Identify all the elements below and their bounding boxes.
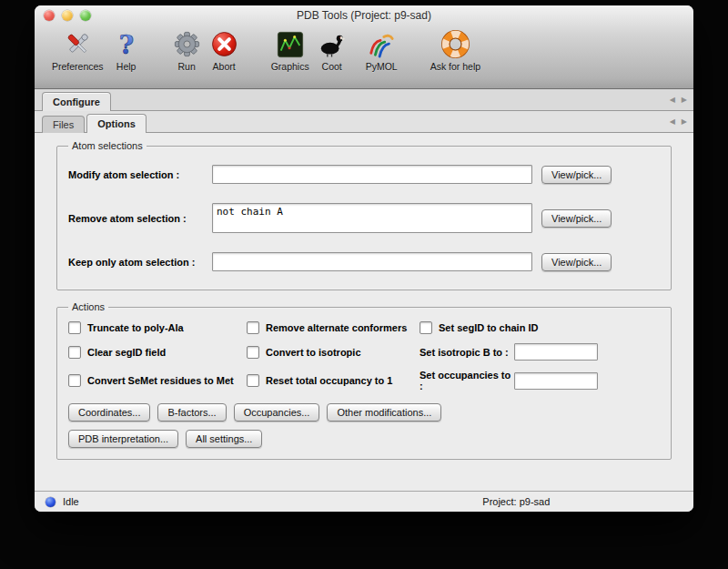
remove-view-pick-button[interactable]: View/pick... [541,209,612,228]
checkbox-label: Convert SeMet residues to Met [87,375,234,386]
modify-atom-selection-input[interactable] [212,165,532,184]
toolbar-button-help[interactable]: ? Help [108,28,145,73]
checkbox-icon[interactable] [420,321,432,334]
toolbar-button-graphics[interactable]: Graphics [267,28,314,73]
status-text: Idle [63,496,79,507]
remove-atom-selection-row: Remove atom selection : not chain A View… [68,203,660,233]
tab-configure-label: Configure [53,97,100,107]
keep-only-view-pick-button[interactable]: View/pick... [541,253,612,271]
title-bar[interactable]: PDB Tools (Project: p9-sad) [35,5,693,25]
zoom-window-button[interactable] [80,10,91,21]
tab-scroll-left-icon[interactable]: ◀ [670,96,675,104]
checkbox-convert-to-isotropic[interactable]: Convert to isotropic [247,346,420,359]
coordinates-button[interactable]: Coordinates... [68,403,150,422]
set-isotropic-b-label: Set isotropic B to : [420,347,514,358]
status-indicator-icon [46,497,56,507]
window-header: PDB Tools (Project: p9-sad) [35,5,693,89]
checkbox-set-segid-to-chain-id[interactable]: Set segID to chain ID [420,321,660,334]
other-modifications-button[interactable]: Other modifications... [327,403,441,422]
b-factors-button[interactable]: B-factors... [157,403,226,422]
checkbox-icon[interactable] [247,346,259,359]
graphics-icon [277,29,304,59]
toolbar-button-ask-for-help[interactable]: Ask for help [426,28,485,73]
actions-group: Actions Truncate to poly-Ala Remove alte… [56,301,672,460]
actions-buttons-row-1: Coordinates... B-factors... Occupancies.… [68,403,660,422]
modify-view-pick-button[interactable]: View/pick... [541,166,612,184]
keep-only-atom-selection-label: Keep only atom selection : [68,257,212,268]
window-title: PDB Tools (Project: p9-sad) [35,5,693,25]
page-tab-bar: Files Options ◀ ▶ [35,111,693,133]
set-isotropic-b-input[interactable] [514,343,598,361]
checkbox-label: Remove alternate conformers [266,322,407,333]
checkbox-icon[interactable] [68,346,81,359]
checkbox-reset-total-occupancy-to-1[interactable]: Reset total occupancy to 1 [247,374,420,387]
checkbox-icon[interactable] [68,321,81,334]
close-window-button[interactable] [44,10,55,21]
checkbox-label: Clear segID field [87,347,166,358]
toolbar-button-label: Graphics [271,61,309,72]
checkbox-label: Convert to isotropic [266,347,361,358]
minimize-window-button[interactable] [62,10,73,21]
toolbar-button-run[interactable]: Run [168,28,206,73]
toolbar-button-label: Help [116,61,136,72]
tab-files[interactable]: Files [42,116,85,133]
status-project-label: Project: p9-sad [482,496,550,507]
toolbar-button-label: Preferences [52,61,104,72]
toolbar: Preferences ? Help [35,25,693,88]
set-occupancies-label: Set occupancies to : [420,370,514,391]
toolbar-button-preferences[interactable]: Preferences [47,28,108,73]
atom-selections-group: Atom selections Modify atom selection : … [56,140,672,290]
pdb-interpretation-button[interactable]: PDB interpretation... [68,430,178,448]
atom-selections-group-title: Atom selections [68,140,147,151]
actions-checkbox-grid: Truncate to poly-Ala Remove alternate co… [68,321,660,391]
checkbox-clear-segid-field[interactable]: Clear segID field [68,346,247,359]
traffic-lights [44,10,91,21]
toolbar-button-pymol[interactable]: PyMOL [361,28,402,73]
remove-atom-selection-input[interactable]: not chain A [212,203,532,233]
tab-options-label: Options [97,118,136,129]
checkbox-icon[interactable] [68,374,81,387]
modify-atom-selection-label: Modify atom selection : [68,169,212,180]
tab-options[interactable]: Options [86,114,147,133]
keep-only-atom-selection-row: Keep only atom selection : View/pick... [68,252,660,271]
help-question-icon: ? [113,29,140,59]
occupancies-button[interactable]: Occupancies... [234,403,320,422]
set-isotropic-b-field: Set isotropic B to : [420,343,660,361]
checkbox-icon[interactable] [247,321,259,334]
run-gear-icon [173,29,201,59]
actions-group-title: Actions [68,301,108,312]
svg-text:?: ? [118,31,133,58]
toolbar-button-label: Run [177,61,195,72]
preferences-tools-icon [64,29,92,59]
tab-scroll-arrows: ◀ ▶ [670,111,687,132]
tab-scroll-arrows: ◀ ▶ [670,89,687,110]
toolbar-button-label: Coot [322,61,342,72]
checkbox-truncate-to-poly-ala[interactable]: Truncate to poly-Ala [68,321,247,334]
keep-only-atom-selection-input[interactable] [212,252,532,271]
pymol-ribbon-icon [368,29,395,59]
lifebuoy-icon [440,29,470,59]
toolbar-button-label: Ask for help [430,61,480,72]
toolbar-button-label: Abort [213,61,236,72]
toolbar-button-label: PyMOL [366,61,398,72]
status-bar: Idle Project: p9-sad [35,491,693,512]
checkbox-convert-semet-residues-to-met[interactable]: Convert SeMet residues to Met [68,374,247,387]
modify-atom-selection-row: Modify atom selection : View/pick... [68,165,660,184]
remove-atom-selection-label: Remove atom selection : [68,213,212,224]
coot-bird-icon [318,29,346,59]
tab-scroll-left-icon[interactable]: ◀ [670,117,675,126]
abort-cross-icon [210,29,238,59]
checkbox-icon[interactable] [247,374,259,387]
app-window: PDB Tools (Project: p9-sad) [35,5,693,512]
toolbar-button-abort[interactable]: Abort [206,28,243,73]
tab-scroll-right-icon[interactable]: ▶ [682,96,687,104]
tab-configure[interactable]: Configure [42,92,111,111]
set-occupancies-field: Set occupancies to : [420,370,660,391]
toolbar-button-coot[interactable]: Coot [314,28,350,73]
all-settings-button[interactable]: All settings... [186,430,262,448]
tab-scroll-right-icon[interactable]: ▶ [682,117,687,126]
checkbox-remove-alternate-conformers[interactable]: Remove alternate conformers [247,321,420,334]
checkbox-label: Set segID to chain ID [439,322,538,333]
actions-buttons-row-2: PDB interpretation... All settings... [68,430,660,448]
set-occupancies-input[interactable] [514,372,598,390]
